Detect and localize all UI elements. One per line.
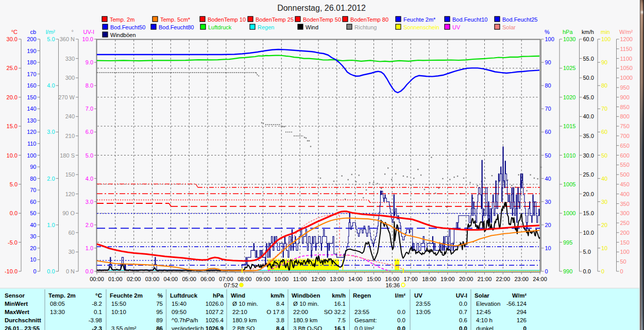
svg-text:300: 300 bbox=[620, 210, 630, 216]
svg-text:Wind: Wind bbox=[306, 24, 318, 30]
svg-text:UV-I: UV-I bbox=[83, 29, 94, 35]
svg-text:UV: UV bbox=[414, 292, 422, 299]
svg-text:550: 550 bbox=[620, 162, 630, 168]
svg-text:60: 60 bbox=[69, 230, 75, 236]
svg-text:700: 700 bbox=[620, 133, 630, 139]
svg-text:1015: 1015 bbox=[563, 123, 575, 129]
svg-text:50: 50 bbox=[601, 152, 607, 159]
svg-text:°: ° bbox=[72, 29, 74, 35]
svg-text:-2.3: -2.3 bbox=[92, 325, 102, 330]
svg-text:O 17.8: O 17.8 bbox=[266, 309, 284, 315]
svg-text:45.0: 45.0 bbox=[583, 94, 594, 100]
svg-text:MinWert: MinWert bbox=[5, 301, 28, 307]
svg-text:-3.98: -3.98 bbox=[89, 317, 102, 323]
svg-text:0.1: 0.1 bbox=[94, 309, 102, 315]
svg-text:05:00: 05:00 bbox=[182, 276, 196, 282]
svg-text:3.55 g/m²: 3.55 g/m² bbox=[111, 325, 137, 330]
svg-text:180 S: 180 S bbox=[60, 152, 75, 159]
svg-text:1050: 1050 bbox=[620, 65, 633, 71]
svg-text:90: 90 bbox=[30, 164, 36, 170]
svg-text:350: 350 bbox=[620, 201, 630, 207]
svg-text:20: 20 bbox=[601, 222, 607, 228]
svg-text:0.7: 0.7 bbox=[459, 309, 467, 315]
svg-text:1030: 1030 bbox=[563, 36, 575, 42]
svg-text:%: % bbox=[158, 292, 163, 299]
svg-text:0.0 l/m²: 0.0 l/m² bbox=[354, 325, 375, 330]
svg-text:40.0: 40.0 bbox=[583, 113, 594, 119]
svg-text:17:00: 17:00 bbox=[403, 276, 418, 282]
svg-text:Luftdruck: Luftdruck bbox=[208, 24, 232, 30]
svg-text:8.4: 8.4 bbox=[276, 325, 285, 330]
svg-text:Ø 10 min.: Ø 10 min. bbox=[293, 301, 319, 307]
svg-text:0.0: 0.0 bbox=[459, 301, 467, 307]
svg-text:23:00: 23:00 bbox=[514, 276, 529, 282]
svg-text:0: 0 bbox=[620, 268, 623, 274]
svg-text:25.0: 25.0 bbox=[583, 171, 594, 178]
svg-text:Sonnenschein: Sonnenschein bbox=[403, 24, 439, 30]
svg-text:0 N: 0 N bbox=[66, 268, 75, 274]
svg-text:19:00: 19:00 bbox=[440, 276, 455, 282]
svg-text:2 Bft SO: 2 Bft SO bbox=[232, 325, 255, 330]
svg-text:0.0: 0.0 bbox=[86, 268, 93, 274]
svg-text:1.0: 1.0 bbox=[47, 222, 55, 228]
svg-text:13:30: 13:30 bbox=[50, 309, 65, 315]
svg-text:Richtung: Richtung bbox=[354, 24, 377, 30]
svg-text:8.4: 8.4 bbox=[276, 301, 285, 307]
svg-text:23:55: 23:55 bbox=[416, 301, 431, 307]
svg-text:hPa: hPa bbox=[213, 292, 224, 299]
svg-text:360 N: 360 N bbox=[60, 36, 75, 42]
svg-text:50.0: 50.0 bbox=[583, 75, 594, 81]
svg-text:1027.2: 1027.2 bbox=[206, 309, 224, 315]
svg-text:20.0: 20.0 bbox=[7, 94, 18, 100]
svg-text:Bod.Feucht50: Bod.Feucht50 bbox=[110, 24, 146, 30]
svg-text:0.0: 0.0 bbox=[47, 268, 55, 274]
svg-text:Regen: Regen bbox=[258, 24, 274, 30]
svg-text:270 W: 270 W bbox=[58, 94, 75, 100]
svg-text:50: 50 bbox=[545, 152, 551, 159]
svg-text:3.0: 3.0 bbox=[86, 199, 93, 205]
svg-text:20: 20 bbox=[545, 222, 551, 228]
svg-text:180.9 km: 180.9 km bbox=[232, 317, 257, 323]
svg-text:°C: °C bbox=[11, 29, 18, 35]
svg-text:650: 650 bbox=[620, 143, 630, 149]
svg-text:70: 70 bbox=[601, 106, 607, 112]
svg-text:10: 10 bbox=[601, 245, 607, 251]
svg-text:%: % bbox=[545, 29, 550, 35]
svg-text:15.0: 15.0 bbox=[583, 210, 594, 216]
svg-text:50: 50 bbox=[30, 210, 36, 216]
svg-text:190: 190 bbox=[27, 48, 36, 54]
svg-text:Bod.Feucht25: Bod.Feucht25 bbox=[502, 16, 538, 23]
svg-text:22:00: 22:00 bbox=[496, 276, 511, 282]
svg-text:06:00: 06:00 bbox=[200, 276, 215, 282]
svg-text:16.1: 16.1 bbox=[334, 325, 346, 330]
svg-text:100: 100 bbox=[620, 249, 630, 255]
svg-text:-5.0: -5.0 bbox=[8, 239, 18, 246]
svg-text:86: 86 bbox=[156, 325, 163, 330]
svg-text:Feuchte 2m: Feuchte 2m bbox=[110, 292, 143, 299]
svg-text:60: 60 bbox=[545, 129, 551, 135]
svg-text:UV-I: UV-I bbox=[456, 292, 467, 299]
svg-text:1000: 1000 bbox=[620, 75, 633, 81]
svg-text:250: 250 bbox=[620, 220, 630, 226]
svg-text:100: 100 bbox=[545, 36, 554, 42]
svg-text:20: 20 bbox=[30, 245, 36, 251]
svg-text:130: 130 bbox=[27, 117, 36, 124]
svg-text:Gesamt:: Gesamt: bbox=[354, 317, 377, 323]
svg-text:450: 450 bbox=[620, 181, 630, 187]
svg-text:40: 40 bbox=[545, 176, 551, 182]
svg-text:Luftdruck: Luftdruck bbox=[170, 292, 198, 299]
svg-text:5.0: 5.0 bbox=[47, 36, 55, 42]
svg-text:08:00: 08:00 bbox=[238, 276, 252, 282]
svg-text:Solar: Solar bbox=[474, 292, 489, 299]
svg-text:km/h: km/h bbox=[332, 292, 346, 299]
svg-text:95: 95 bbox=[156, 309, 163, 315]
svg-text:0.0: 0.0 bbox=[10, 210, 18, 216]
svg-text:60: 60 bbox=[601, 129, 607, 135]
svg-text:0: 0 bbox=[33, 268, 36, 274]
svg-text:Wind: Wind bbox=[231, 292, 245, 299]
svg-text:km/h: km/h bbox=[582, 29, 594, 35]
svg-text:23:55: 23:55 bbox=[354, 309, 369, 315]
svg-text:90 O: 90 O bbox=[62, 210, 75, 216]
svg-text:400: 400 bbox=[620, 191, 630, 197]
svg-text:02:00: 02:00 bbox=[127, 276, 141, 282]
